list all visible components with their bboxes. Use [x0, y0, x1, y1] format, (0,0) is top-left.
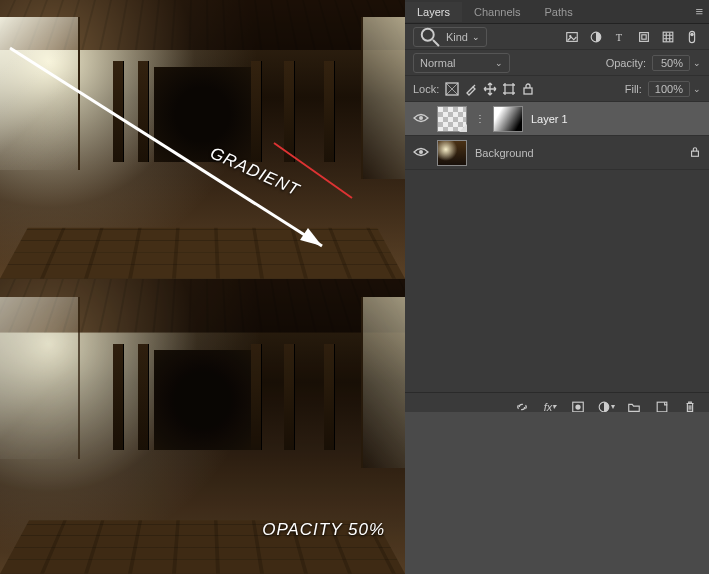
svg-point-13 [690, 32, 694, 36]
svg-point-3 [422, 28, 434, 40]
filter-kind-label: Kind [446, 31, 468, 43]
document-canvas-bottom[interactable]: OPACITY 50% [0, 279, 405, 574]
svg-point-18 [419, 150, 423, 154]
search-icon [418, 25, 442, 49]
filter-shape-icon[interactable] [635, 28, 653, 46]
fill-input[interactable]: 100% ⌄ [648, 81, 701, 97]
chevron-down-icon: ⌄ [472, 32, 480, 42]
opacity-value: 50% [652, 55, 690, 71]
lock-icon [689, 146, 701, 160]
photo-interior [0, 279, 405, 574]
lock-transparent-icon[interactable] [445, 82, 459, 96]
svg-point-17 [419, 116, 423, 120]
layer-list: ⋮ Layer 1 Background [405, 102, 709, 170]
layer-name[interactable]: Background [475, 147, 681, 159]
svg-rect-11 [663, 32, 673, 42]
layer-name[interactable]: Layer 1 [531, 113, 701, 125]
visibility-toggle[interactable] [413, 112, 429, 126]
svg-rect-9 [640, 32, 649, 41]
lock-artboard-icon[interactable] [502, 82, 516, 96]
layer-filter-row: Kind ⌄ T [405, 24, 709, 50]
blend-mode-value: Normal [420, 57, 455, 69]
photo-interior [0, 0, 405, 279]
layer-thumbnail[interactable] [437, 140, 467, 166]
lock-brush-icon[interactable] [464, 82, 478, 96]
chevron-down-icon: ⌄ [693, 58, 701, 68]
lock-label: Lock: [413, 83, 439, 95]
fill-value: 100% [648, 81, 690, 97]
filter-adjust-icon[interactable] [587, 28, 605, 46]
blend-row: Normal ⌄ Opacity: 50% ⌄ [405, 50, 709, 76]
layers-panel: Layers Channels Paths ≡ Kind ⌄ T Normal [405, 0, 709, 412]
mask-link-icon[interactable]: ⋮ [475, 113, 485, 124]
filter-toggle-icon[interactable] [683, 28, 701, 46]
lock-row: Lock: Fill: 100% ⌄ [405, 76, 709, 102]
tab-layers[interactable]: Layers [405, 2, 462, 22]
layer-mask-thumbnail[interactable] [493, 106, 523, 132]
svg-rect-16 [524, 88, 532, 94]
svg-text:T: T [616, 31, 623, 42]
svg-line-4 [433, 39, 439, 45]
panel-menu-icon[interactable]: ≡ [695, 4, 703, 19]
visibility-toggle[interactable] [413, 146, 429, 160]
svg-rect-15 [505, 85, 513, 93]
filter-kind-select[interactable]: Kind ⌄ [413, 27, 487, 47]
lock-all-icon[interactable] [521, 82, 535, 96]
workspace-background [405, 412, 709, 574]
layer-row[interactable]: ⋮ Layer 1 [405, 102, 709, 136]
svg-point-21 [575, 404, 580, 409]
filter-smart-icon[interactable] [659, 28, 677, 46]
layer-thumbnail[interactable] [437, 106, 467, 132]
filter-type-icon[interactable]: T [611, 28, 629, 46]
chevron-down-icon: ⌄ [495, 58, 503, 68]
fill-label[interactable]: Fill: [625, 83, 642, 95]
layer-row[interactable]: Background [405, 136, 709, 170]
svg-rect-10 [642, 34, 646, 38]
svg-rect-19 [692, 151, 699, 156]
lock-position-icon[interactable] [483, 82, 497, 96]
panel-tabs: Layers Channels Paths ≡ [405, 0, 709, 24]
opacity-label[interactable]: Opacity: [606, 57, 646, 69]
tab-paths[interactable]: Paths [533, 2, 585, 22]
opacity-input[interactable]: 50% ⌄ [652, 55, 701, 71]
filter-pixel-icon[interactable] [563, 28, 581, 46]
tab-channels[interactable]: Channels [462, 2, 532, 22]
chevron-down-icon: ⌄ [693, 84, 701, 94]
document-canvas-top[interactable]: GRADIENT [0, 0, 405, 279]
svg-rect-23 [657, 402, 667, 412]
blend-mode-select[interactable]: Normal ⌄ [413, 53, 510, 73]
